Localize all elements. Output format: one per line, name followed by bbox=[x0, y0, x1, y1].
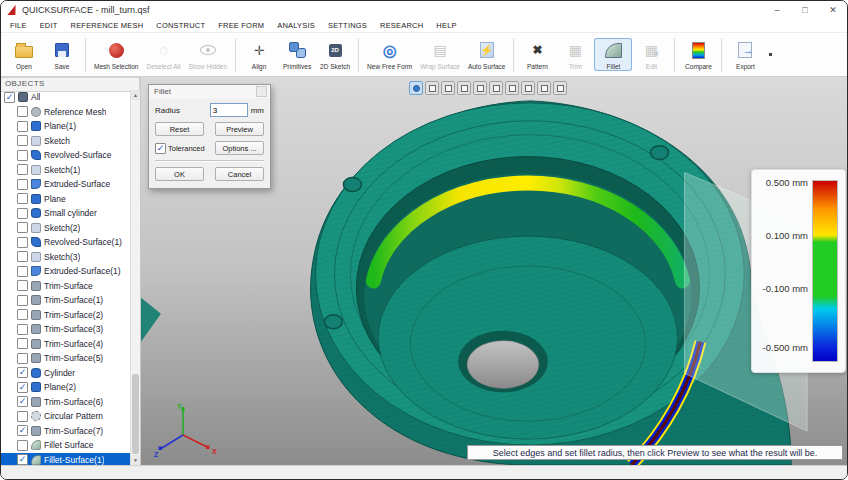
visibility-checkbox[interactable] bbox=[4, 92, 15, 103]
view-button-trimetric-view[interactable] bbox=[537, 81, 551, 95]
visibility-checkbox[interactable] bbox=[17, 266, 28, 277]
view-button-perspective[interactable] bbox=[409, 81, 423, 95]
tree-item-all[interactable]: All bbox=[1, 90, 130, 105]
menu-item-construct[interactable]: CONSTRUCT bbox=[156, 21, 205, 30]
menu-item-file[interactable]: FILE bbox=[10, 21, 27, 30]
tree-item-sketch[interactable]: Sketch bbox=[1, 134, 130, 149]
scrollbar-down-icon[interactable]: ▼ bbox=[131, 455, 140, 465]
open-button[interactable]: Open bbox=[5, 38, 43, 71]
tree-item-trim-surface-5[interactable]: Trim-Surface(5) bbox=[1, 351, 130, 366]
visibility-checkbox[interactable] bbox=[17, 324, 28, 335]
pattern-button[interactable]: Pattern bbox=[518, 38, 556, 71]
view-button-left-view[interactable] bbox=[457, 81, 471, 95]
visibility-checkbox[interactable] bbox=[17, 106, 28, 117]
visibility-checkbox[interactable] bbox=[17, 411, 28, 422]
tree-item-plane-2[interactable]: Plane(2) bbox=[1, 380, 130, 395]
menu-item-edit[interactable]: EDIT bbox=[40, 21, 58, 30]
visibility-checkbox[interactable] bbox=[17, 208, 28, 219]
view-button-isometric-view[interactable] bbox=[521, 81, 535, 95]
compare-button[interactable]: Compare bbox=[679, 38, 717, 71]
visibility-checkbox[interactable] bbox=[17, 396, 28, 407]
view-button-top-view[interactable] bbox=[489, 81, 503, 95]
maximize-button[interactable]: □ bbox=[791, 1, 819, 19]
menu-item-help[interactable]: HELP bbox=[436, 21, 456, 30]
cancel-button[interactable]: Cancel bbox=[215, 167, 264, 181]
auto-surface-button[interactable]: Auto Surface bbox=[464, 38, 510, 71]
fillet-button[interactable]: Fillet bbox=[594, 38, 632, 71]
menu-item-settings[interactable]: SETTINGS bbox=[328, 21, 367, 30]
tree-item-revolved-surface-1[interactable]: Revolved-Surface(1) bbox=[1, 235, 130, 250]
visibility-checkbox[interactable] bbox=[17, 295, 28, 306]
visibility-checkbox[interactable] bbox=[17, 338, 28, 349]
visibility-checkbox[interactable] bbox=[17, 251, 28, 262]
tree-item-fillet-surface[interactable]: Fillet Surface bbox=[1, 438, 130, 453]
visibility-checkbox[interactable] bbox=[17, 382, 28, 393]
toolbar-overflow-dot[interactable] bbox=[769, 53, 772, 56]
tree-item-trim-surface[interactable]: Trim-Surface bbox=[1, 279, 130, 294]
menu-item-research[interactable]: RESEARCH bbox=[380, 21, 423, 30]
visibility-checkbox[interactable] bbox=[17, 237, 28, 248]
visibility-checkbox[interactable] bbox=[17, 179, 28, 190]
tree-item-trim-surface-6[interactable]: Trim-Surface(6) bbox=[1, 395, 130, 410]
visibility-checkbox[interactable] bbox=[17, 425, 28, 436]
tree-item-extruded-surface[interactable]: Extruded-Surface bbox=[1, 177, 130, 192]
tree-scrollbar[interactable]: ▲ ▼ bbox=[130, 90, 140, 465]
save-button[interactable]: Save bbox=[43, 38, 81, 71]
tree-item-small-cylinder[interactable]: Small cylinder bbox=[1, 206, 130, 221]
tree-item-plane-1[interactable]: Plane(1) bbox=[1, 119, 130, 134]
tree-item-sketch-1[interactable]: Sketch(1) bbox=[1, 163, 130, 178]
tree-item-revolved-surface[interactable]: Revolved-Surface bbox=[1, 148, 130, 163]
tree-item-plane[interactable]: Plane bbox=[1, 192, 130, 207]
visibility-checkbox[interactable] bbox=[17, 367, 28, 378]
close-button[interactable]: ✕ bbox=[819, 1, 847, 19]
menu-item-reference-mesh[interactable]: REFERENCE MESH bbox=[71, 21, 144, 30]
preview-button[interactable]: Preview bbox=[215, 122, 264, 136]
visibility-checkbox[interactable] bbox=[17, 150, 28, 161]
primitives-button[interactable]: Primitives bbox=[278, 38, 316, 71]
free-form-button[interactable]: New Free Form bbox=[363, 38, 416, 71]
visibility-checkbox[interactable] bbox=[17, 280, 28, 291]
view-button-bottom-view[interactable] bbox=[505, 81, 519, 95]
scrollbar-up-icon[interactable]: ▲ bbox=[131, 90, 140, 100]
visibility-checkbox[interactable] bbox=[17, 135, 28, 146]
tree-item-trim-surface-2[interactable]: Trim-Surface(2) bbox=[1, 308, 130, 323]
tree-item-cylinder[interactable]: Cylinder bbox=[1, 366, 130, 381]
tree-item-sketch-3[interactable]: Sketch(3) bbox=[1, 250, 130, 265]
visibility-checkbox[interactable] bbox=[17, 309, 28, 320]
tree-item-sketch-2[interactable]: Sketch(2) bbox=[1, 221, 130, 236]
minimize-button[interactable]: – bbox=[763, 1, 791, 19]
view-button-front-view[interactable] bbox=[425, 81, 439, 95]
visibility-checkbox[interactable] bbox=[17, 454, 28, 465]
tree-item-extruded-surface-1[interactable]: Extruded-Surface(1) bbox=[1, 264, 130, 279]
radius-input[interactable] bbox=[210, 103, 248, 117]
scrollbar-thumb[interactable] bbox=[132, 374, 139, 454]
dialog-close-button[interactable] bbox=[256, 86, 267, 97]
tree-item-circular-pattern[interactable]: Circular Pattern bbox=[1, 409, 130, 424]
visibility-checkbox[interactable] bbox=[17, 164, 28, 175]
export-button[interactable]: Export bbox=[726, 38, 764, 71]
fillet-dialog-titlebar[interactable]: Fillet bbox=[149, 85, 270, 98]
reset-button[interactable]: Reset bbox=[155, 122, 204, 136]
visibility-checkbox[interactable] bbox=[17, 353, 28, 364]
align-button[interactable]: Align bbox=[240, 38, 278, 71]
toleranced-checkbox[interactable] bbox=[155, 143, 166, 154]
visibility-checkbox[interactable] bbox=[17, 222, 28, 233]
options-button[interactable]: Options ... bbox=[215, 141, 264, 155]
menu-item-free-form[interactable]: FREE FORM bbox=[218, 21, 264, 30]
visibility-checkbox[interactable] bbox=[17, 193, 28, 204]
view-button-back-view[interactable] bbox=[441, 81, 455, 95]
tree-item-fillet-surface-1[interactable]: Fillet-Surface(1) bbox=[1, 453, 130, 466]
visibility-checkbox[interactable] bbox=[17, 440, 28, 451]
view-button-fit-view[interactable] bbox=[553, 81, 567, 95]
visibility-checkbox[interactable] bbox=[17, 121, 28, 132]
menu-item-analysis[interactable]: ANALYSIS bbox=[277, 21, 315, 30]
tree-item-trim-surface-3[interactable]: Trim-Surface(3) bbox=[1, 322, 130, 337]
tree-item-trim-surface-4[interactable]: Trim-Surface(4) bbox=[1, 337, 130, 352]
mesh-selection-button[interactable]: Mesh Selection bbox=[90, 38, 142, 71]
view-button-right-view[interactable] bbox=[473, 81, 487, 95]
sketch-2d-button[interactable]: 2D Sketch bbox=[316, 38, 354, 71]
tree-item-reference-mesh[interactable]: Reference Mesh bbox=[1, 105, 130, 120]
tree-item-trim-surface-1[interactable]: Trim-Surface(1) bbox=[1, 293, 130, 308]
tree-item-trim-surface-7[interactable]: Trim-Surface(7) bbox=[1, 424, 130, 439]
ok-button[interactable]: OK bbox=[155, 167, 204, 181]
